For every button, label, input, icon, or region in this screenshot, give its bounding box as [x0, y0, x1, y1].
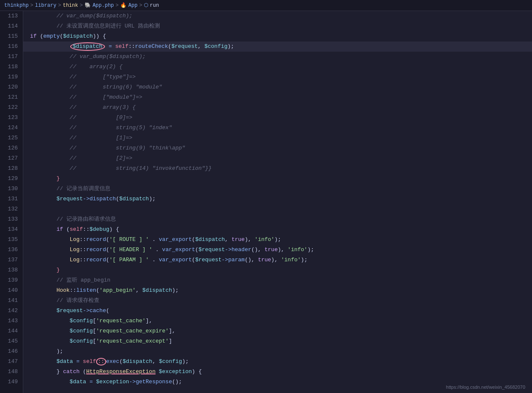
dc-116: :: — [128, 42, 135, 52]
cfg-144: $config — [30, 326, 93, 336]
code-120: // string(6) "module" — [30, 82, 162, 92]
code-line-125: // [1]=> — [23, 133, 532, 143]
code-117: // var_dump($dispatch); — [30, 52, 146, 62]
code-line-140: Hook :: listen ( 'app_begin' , $dispatch… — [23, 285, 532, 296]
ln-119: 119 — [3, 72, 18, 82]
code-line-135: Log :: record ( '[ ROUTE ] ' . var_expor… — [23, 235, 532, 245]
str-145: 'request_cache_except' — [96, 336, 169, 346]
data-149: $data — [30, 377, 86, 387]
indent-116 — [30, 42, 70, 52]
str2-135: 'info' — [255, 235, 275, 245]
var-dispatch-116: $dispatch — [70, 42, 105, 51]
code-line-136: Log :: record ( '[ HEADER ] ' . var_expo… — [23, 245, 532, 255]
cls-137: Log — [30, 255, 80, 265]
p3-136: (), — [251, 245, 265, 255]
breadcrumb: thinkphp > library > think > 🐘 App.php >… — [0, 0, 532, 11]
fn-empty: empty — [43, 31, 60, 42]
code-line-138: } — [23, 265, 532, 275]
meth-140: listen — [76, 285, 96, 296]
ln-149: 149 — [3, 377, 18, 387]
true-135: true — [232, 235, 245, 245]
p2-136: ( — [195, 245, 198, 255]
code-line-144: $config [ 'request_cache_expire' ], — [23, 326, 532, 336]
code-130: // 记录当前调度信息 — [30, 184, 110, 194]
p4-135: ); — [274, 235, 281, 245]
ln-143: 143 — [3, 316, 18, 326]
ln-130: 130 — [3, 184, 18, 194]
p-143: [ — [93, 316, 96, 326]
kw-if-134: if — [30, 224, 63, 235]
meth-149: getResponse — [136, 377, 172, 387]
code-line-148: } catch ( HttpResponseException $excepti… — [23, 367, 532, 377]
code-118: // array(2) { — [30, 62, 122, 72]
code-125: // [1]=> — [30, 133, 132, 143]
meth2-136: header — [232, 245, 251, 255]
kw-if-115: if — [30, 31, 37, 42]
ln-120: 120 — [3, 82, 18, 92]
dc-137: :: — [80, 255, 86, 265]
watermark: https://blog.csdn.net/weixin_45682070 — [446, 385, 525, 390]
breadcrumb-think[interactable]: think — [63, 3, 78, 8]
code-line-142: $request -> cache ( — [23, 306, 532, 316]
cls-140: Hook — [30, 285, 70, 296]
op-147: = — [73, 357, 83, 367]
breadcrumb-appphp[interactable]: App.php — [93, 3, 114, 8]
arrow-131: -> — [83, 194, 90, 204]
p2-131: ); — [149, 194, 156, 204]
code-line-137: Log :: record ( '[ PARAM ] ' . var_expor… — [23, 255, 532, 265]
ln-146: 146 — [3, 346, 18, 357]
debug-134: $debug — [89, 224, 109, 235]
code-line-146: ); — [23, 346, 532, 357]
cls-136: Log — [30, 245, 80, 255]
code-line-123: // [0]=> — [23, 113, 532, 123]
ln-115: 115 — [3, 31, 18, 42]
brace-129: } — [30, 174, 60, 184]
arrow-142: -> — [83, 306, 90, 316]
breadcrumb-icon1: 🐘 — [85, 2, 91, 8]
code-line-115: if ( empty ( $dispatch )) { — [23, 31, 532, 42]
ln-128: 128 — [3, 163, 18, 174]
cls-135: Log — [30, 235, 80, 245]
req-137: $request — [195, 255, 221, 265]
cfg-116: $config — [204, 42, 228, 52]
breadcrumb-thinkphp[interactable]: thinkphp — [4, 3, 29, 8]
p4-137: ), — [271, 255, 281, 265]
code-line-120: // string(6) "module" — [23, 82, 532, 92]
p3-137: (), — [245, 255, 258, 265]
brace-138: } — [30, 265, 60, 275]
p2-137: ( — [192, 255, 195, 265]
code-128: // string(14) "invokefunction"}} — [30, 163, 212, 174]
ln-141: 141 — [3, 296, 18, 306]
ln-142: 142 — [3, 306, 18, 316]
ln-139: 139 — [3, 275, 18, 285]
p-136: ( — [106, 245, 109, 255]
breadcrumb-run[interactable]: run — [150, 3, 159, 8]
code-127: // [2]=> — [30, 153, 132, 163]
ln-144: 144 — [3, 326, 18, 336]
dot-137: . — [149, 255, 159, 265]
ln-125: 125 — [3, 133, 18, 143]
ln-124: 124 — [3, 123, 18, 133]
circle-dc-147: :: — [96, 358, 106, 365]
req-131: $request — [30, 194, 83, 204]
code-line-134: if ( self :: $debug ) { — [23, 224, 532, 235]
breadcrumb-app[interactable]: App — [128, 3, 138, 8]
p-146: ); — [30, 346, 63, 357]
p2-116: ); — [228, 42, 234, 52]
breadcrumb-library[interactable]: library — [35, 3, 56, 8]
str-140: 'app_begin' — [99, 285, 136, 296]
meth-135: record — [86, 235, 106, 245]
ln-126: 126 — [3, 143, 18, 153]
code-141: // 请求缓存检查 — [30, 296, 99, 306]
method-116: routeCheck — [135, 42, 168, 52]
p2-135: ( — [192, 235, 195, 245]
p4-136: ), — [278, 245, 287, 255]
p-115: ( — [37, 31, 44, 42]
disp-140: $dispatch — [142, 285, 172, 296]
ln-121: 121 — [3, 92, 18, 102]
dc-140: :: — [70, 285, 77, 296]
p3-115: )) { — [93, 31, 106, 42]
p2-143: ], — [146, 316, 152, 326]
p-149: (); — [172, 377, 182, 387]
code-line-116: $dispatch = self :: routeCheck ( $reques… — [23, 42, 532, 52]
